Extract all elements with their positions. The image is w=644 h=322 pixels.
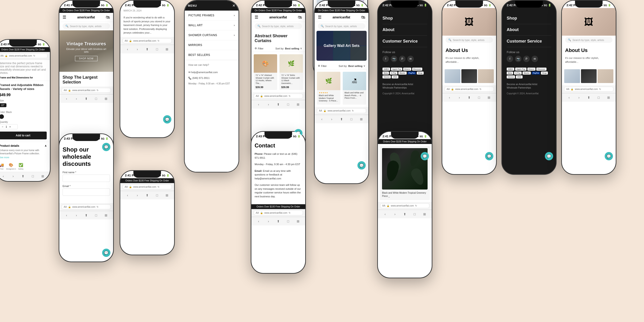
nav-forward-13[interactable]: › — [457, 95, 462, 100]
shop-now-btn-2[interactable]: SHOP NOW — [75, 56, 97, 61]
nav-share-2[interactable]: ⬆ — [84, 96, 88, 101]
nav-bookmarks-7[interactable]: □ — [286, 102, 290, 107]
side-menu-item-about-14[interactable]: About — [507, 24, 551, 36]
nav-tabs-3[interactable]: ⊞ — [104, 213, 108, 218]
hamburger-menu-2[interactable]: ☰ — [62, 15, 66, 20]
nav-forward-8[interactable]: › — [266, 219, 271, 224]
browser-bar-15[interactable]: AA 🔒 www.americanflat.com ↻ — [564, 87, 614, 92]
nav-share-7[interactable]: ⬆ — [276, 102, 280, 107]
nav-tabs-15[interactable]: ⊞ — [606, 95, 611, 100]
see-more-link[interactable]: See more — [0, 156, 47, 159]
nav-share-12[interactable]: ⬆ — [402, 212, 407, 216]
product-card-10-1[interactable]: 🌿 ★★★★★ Black and White Modern Tropical … — [317, 72, 340, 105]
chat-button-15[interactable]: 💬 — [605, 152, 613, 160]
nav-tabs[interactable]: ⊞ — [40, 174, 45, 178]
nav-back-4[interactable]: ‹ — [125, 47, 130, 52]
nav-tabs-2[interactable]: ⊞ — [104, 96, 108, 101]
nav-bookmarks[interactable]: □ — [30, 174, 35, 178]
nav-bookmarks-3[interactable]: □ — [94, 213, 98, 218]
browser-bar-10[interactable]: AA 🔒 www.americanflat.com ↻ — [317, 108, 366, 113]
facebook-icon-14[interactable]: f — [507, 56, 513, 62]
nav-share-13[interactable]: ⬆ — [467, 95, 472, 100]
menu-item-picture-frames[interactable]: PICTURE FRAMES › — [185, 10, 238, 20]
filter-button-10[interactable]: ⚙ Filter — [318, 64, 326, 68]
chat-button-3[interactable]: 💬 — [102, 249, 110, 257]
chat-button-4[interactable]: 💬 — [163, 115, 171, 124]
nav-forward-7[interactable]: › — [266, 102, 271, 107]
size-button[interactable]: 22" — [0, 103, 6, 107]
pinterest-icon-14[interactable]: P — [523, 56, 530, 62]
browser-bar-8[interactable]: AA 🔒 www.americanflat.com ↻ — [254, 210, 303, 215]
nav-back-13[interactable]: ‹ — [447, 95, 452, 100]
hamburger-menu-7[interactable]: ☰ — [254, 15, 258, 20]
filter-button-7[interactable]: ⚙ Filter — [254, 47, 263, 50]
nav-share-15[interactable]: ⬆ — [586, 95, 591, 100]
search-bar-2[interactable]: 🔍 Search by type, style, artists — [62, 23, 110, 29]
side-menu-item-cs-14[interactable]: Customer Service — [507, 36, 551, 47]
browser-bar-3[interactable]: AA 🔒 www.americanflat.com ↻ — [62, 204, 111, 209]
nav-back-3[interactable]: ‹ — [64, 213, 69, 218]
nav-back-10[interactable]: ‹ — [320, 117, 324, 122]
browser-bar-2[interactable]: AA 🔒 www.americanflat.com ↻ — [62, 88, 111, 93]
instagram-icon[interactable]: 📷 — [391, 56, 397, 62]
product-card-7-1[interactable]: 🎨 71" x 74" Abstract Shower Curtain with… — [254, 54, 277, 90]
search-bar-7[interactable]: 🔍 Search by type, style, artists — [254, 23, 302, 29]
side-menu-item-customer-service[interactable]: Customer Service — [382, 36, 427, 47]
nav-forward-5[interactable]: › — [135, 193, 140, 198]
first-name-input[interactable] — [62, 174, 110, 182]
browser-bar-5[interactable]: AA 🔒 www.americanflat.com ↻ — [122, 184, 172, 189]
quantity-stepper[interactable]: − 1 + — [0, 124, 18, 129]
nav-forward-3[interactable]: › — [74, 213, 79, 218]
search-bar-13[interactable]: 🔍 Search by type, style, artists — [446, 37, 493, 43]
nav-tabs-7[interactable]: ⊞ — [296, 102, 300, 107]
nav-forward-10[interactable]: › — [329, 117, 334, 122]
nav-tabs-4[interactable]: ⊞ — [165, 47, 169, 52]
nav-bookmarks-2[interactable]: □ — [94, 96, 98, 101]
search-bar-15[interactable]: 🔍 Search by type, style, artists — [565, 37, 612, 43]
nav-back-2[interactable]: ‹ — [64, 96, 69, 101]
chat-button-10[interactable]: 💬 — [358, 161, 366, 170]
nav-share-4[interactable]: ⬆ — [145, 47, 150, 52]
chat-button-13[interactable]: 💬 — [485, 152, 493, 160]
instagram-icon-14[interactable]: 📷 — [515, 56, 522, 62]
nav-bookmarks-13[interactable]: □ — [477, 95, 482, 100]
chat-button-2[interactable]: 💬 — [102, 143, 110, 151]
nav-forward-2[interactable]: › — [74, 96, 79, 101]
nav-back-15[interactable]: ‹ — [567, 95, 571, 100]
cart-icon-7[interactable]: 🛍 — [298, 15, 302, 20]
nav-forward-12[interactable]: › — [392, 212, 397, 216]
sort-chevron-down-icon-10[interactable]: ∨ — [364, 64, 365, 68]
nav-back-5[interactable]: ‹ — [125, 193, 130, 198]
product-card-7-2[interactable]: 🌿 71" x 74" Boho Shower Curtain with 12 … — [280, 54, 303, 90]
nav-bookmarks-4[interactable]: □ — [155, 47, 160, 52]
nav-forward[interactable]: › — [11, 174, 16, 178]
nav-share-10[interactable]: ⬆ — [339, 117, 344, 122]
pinterest-icon[interactable]: P — [399, 56, 406, 62]
side-menu-item-shop-14[interactable]: Shop — [507, 13, 551, 24]
nav-back-8[interactable]: ‹ — [256, 219, 261, 224]
nav-bookmarks-15[interactable]: □ — [596, 95, 601, 100]
menu-item-shower-curtains[interactable]: SHOWER CURTAINS › — [185, 30, 238, 40]
nav-bookmarks-10[interactable]: □ — [349, 117, 354, 122]
menu-item-mirrors[interactable]: MIRRORS — [185, 40, 238, 50]
browser-bar-4[interactable]: AA 🔒 www.americanflat.com ↻ — [122, 38, 172, 43]
cart-icon-2[interactable]: 🛍 — [106, 15, 110, 20]
chat-button-11[interactable]: 💬 — [421, 152, 429, 160]
nav-tabs-13[interactable]: ⊞ — [487, 95, 491, 100]
email-social-icon-14[interactable]: ✉ — [532, 56, 538, 62]
cart-icon-10[interactable]: 🛍 — [361, 15, 365, 20]
nav-back-7[interactable]: ‹ — [256, 102, 261, 107]
menu-item-best-sellers[interactable]: BEST SELLERS — [185, 50, 238, 60]
nav-back-12[interactable]: ‹ — [383, 212, 387, 216]
nav-tabs-12[interactable]: ⊞ — [422, 212, 427, 216]
browser-bar-1[interactable]: AA 🔒 www.americanflat.com ↻ — [0, 53, 48, 58]
chat-button-14[interactable]: 💬 — [545, 152, 553, 160]
menu-close-button[interactable]: ✕ — [232, 4, 235, 8]
nav-share-3[interactable]: ⬆ — [84, 213, 88, 218]
side-menu-item-shop[interactable]: Shop — [382, 13, 427, 24]
add-to-cart-button[interactable]: Add to cart — [0, 132, 47, 140]
browser-bar-7[interactable]: AA 🔒 www.americanflat.com ↻ — [254, 94, 303, 98]
nav-share-5[interactable]: ⬆ — [145, 193, 150, 198]
nav-bookmarks-5[interactable]: □ — [155, 193, 160, 198]
nav-tabs-8[interactable]: ⊞ — [296, 219, 300, 224]
